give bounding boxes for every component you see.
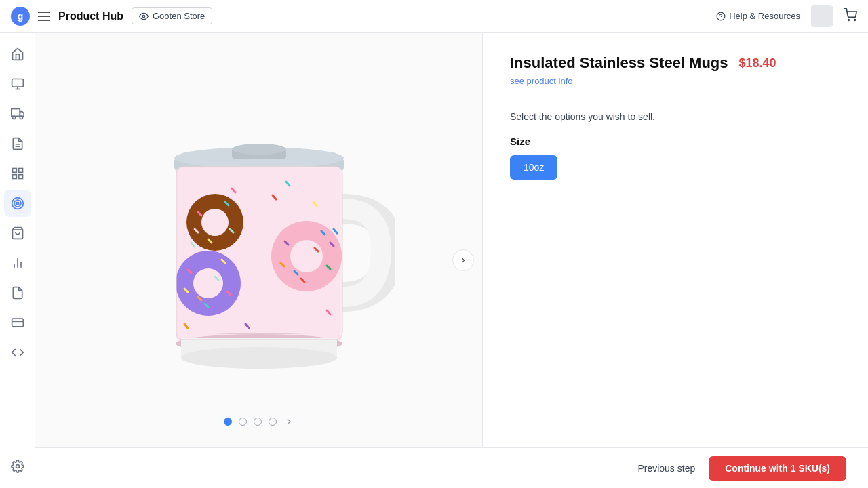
menu-button[interactable] [38, 12, 50, 21]
svg-point-33 [232, 144, 286, 155]
svg-point-54 [290, 240, 323, 272]
svg-point-10 [12, 116, 15, 119]
svg-point-19 [14, 200, 21, 207]
svg-point-45 [193, 268, 223, 298]
svg-point-27 [16, 465, 19, 468]
carousel-dot-3[interactable] [254, 418, 262, 426]
sidebar [0, 33, 35, 488]
sidebar-item-catalog[interactable] [4, 160, 31, 187]
svg-point-11 [20, 116, 22, 119]
svg-point-3 [848, 19, 850, 20]
svg-point-20 [16, 202, 18, 204]
main-content: Insulated Stainless Steel Mugs $18.40 se… [35, 33, 868, 488]
design-icon [11, 197, 24, 210]
carousel-dot-4[interactable] [269, 418, 277, 426]
store-icon [11, 226, 24, 240]
integrations-icon [11, 346, 24, 359]
carousel-dot-1[interactable] [224, 418, 232, 426]
carousel-dot-2[interactable] [239, 418, 247, 426]
select-options-text: Select the options you wish to sell. [510, 111, 841, 122]
sidebar-item-design[interactable] [4, 190, 31, 217]
svg-point-0 [142, 15, 145, 18]
carousel-next[interactable] [283, 416, 294, 427]
logo-icon[interactable]: g [11, 7, 30, 26]
product-mug-svg [123, 121, 395, 378]
product-info-link[interactable]: see product info [510, 76, 841, 86]
documents-icon [11, 137, 24, 150]
sidebar-item-documents[interactable] [4, 130, 31, 157]
sidebar-item-shipping[interactable] [4, 100, 31, 127]
svg-point-38 [203, 210, 227, 235]
shipping-icon [11, 107, 24, 121]
footer-bar: Previous step Continue with 1 SKU(s) [35, 447, 868, 488]
sidebar-item-analytics[interactable] [4, 249, 31, 277]
help-link[interactable]: Help & Resources [716, 11, 800, 21]
size-section: Size 10oz [510, 136, 841, 180]
product-image-panel [35, 33, 483, 488]
topbar-left: g Product Hub Gooten Store [11, 7, 212, 26]
page-title: Product Hub [58, 10, 123, 22]
product-header: Insulated Stainless Steel Mugs $18.40 [510, 54, 841, 72]
product-name: Insulated Stainless Steel Mugs [510, 54, 728, 72]
product-image-container [90, 94, 429, 405]
svg-rect-14 [12, 169, 16, 173]
sidebar-item-store[interactable] [4, 220, 31, 247]
svg-rect-17 [12, 175, 16, 179]
sidebar-item-reports[interactable] [4, 279, 31, 306]
svg-point-4 [854, 19, 856, 20]
catalog-icon [11, 167, 24, 180]
svg-point-76 [181, 347, 337, 369]
sidebar-item-billing[interactable] [4, 309, 31, 336]
size-label: Size [510, 136, 841, 147]
svg-rect-8 [11, 109, 19, 117]
reports-icon [11, 286, 24, 300]
home-icon [11, 47, 24, 61]
cart-icon[interactable] [844, 8, 857, 24]
svg-rect-16 [18, 175, 22, 179]
user-avatar[interactable] [811, 5, 833, 27]
size-options: 10oz [510, 155, 841, 180]
analytics-icon [11, 256, 24, 270]
store-badge[interactable]: Gooten Store [132, 7, 212, 24]
svg-point-18 [12, 198, 23, 209]
sidebar-item-integrations[interactable] [4, 339, 31, 366]
orders-icon [11, 77, 24, 91]
eye-icon [139, 12, 149, 21]
product-price: $18.40 [739, 56, 776, 70]
carousel-dots [224, 416, 294, 427]
help-icon [716, 12, 726, 21]
svg-rect-15 [18, 169, 22, 173]
divider [510, 100, 841, 100]
svg-rect-25 [12, 319, 23, 327]
product-info-panel: Insulated Stainless Steel Mugs $18.40 se… [483, 33, 868, 488]
sidebar-item-settings[interactable] [4, 453, 31, 480]
continue-button[interactable]: Continue with 1 SKU(s) [709, 456, 846, 481]
settings-icon [11, 460, 24, 473]
sidebar-item-orders[interactable] [4, 70, 31, 98]
svg-rect-5 [12, 79, 23, 87]
billing-icon [11, 316, 24, 329]
previous-step-button[interactable]: Previous step [637, 463, 695, 474]
size-option-10oz[interactable]: 10oz [510, 155, 557, 180]
svg-marker-9 [20, 112, 24, 117]
topbar-right: Help & Resources [716, 5, 857, 27]
topbar: g Product Hub Gooten Store Help & Resour… [0, 0, 868, 33]
sidebar-item-home[interactable] [4, 41, 31, 68]
expand-button[interactable] [452, 249, 474, 271]
